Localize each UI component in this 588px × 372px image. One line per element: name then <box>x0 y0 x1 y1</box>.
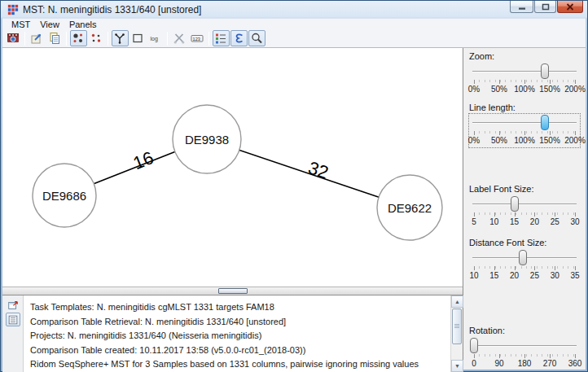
slider-track-label-font-size[interactable] <box>472 204 577 205</box>
slider-group-rotation: Rotation:090180270360 <box>468 326 581 370</box>
export-image-icon[interactable] <box>29 30 46 46</box>
show-log-list-button[interactable] <box>6 313 20 326</box>
title-bar[interactable]: MST: N. meningitidis 1331/640 [unstored] <box>2 1 586 18</box>
mst-canvas[interactable]: 1632DE9938DE9686DE9622 <box>2 48 463 287</box>
slider-label-font-size[interactable]: 51015202530 <box>468 195 581 230</box>
splitter-grip-handle[interactable] <box>218 288 248 294</box>
tick-label: 100% <box>514 136 535 145</box>
slider-tick-labels-line-length: 0%50%100%150%200% <box>474 136 575 146</box>
slider-thumb-line-length[interactable] <box>541 115 549 130</box>
slider-thumb-rotation[interactable] <box>470 338 478 353</box>
log-scrollbar[interactable]: ▲ ▼ <box>450 295 463 372</box>
log-panel: Task Templates: N. meningitidis cgMLST 1… <box>2 295 463 372</box>
slider-label-zoom: Zoom: <box>469 51 581 61</box>
tick-label: 200% <box>564 85 586 94</box>
slider-distance-font-size[interactable]: 101520253035 <box>468 248 581 283</box>
slider-tick-labels-rotation: 090180270360 <box>474 359 575 369</box>
node-dots-large-icon[interactable] <box>70 30 87 46</box>
app-window: MST: N. meningitidis 1331/640 [unstored]… <box>0 0 588 372</box>
camera-icon[interactable] <box>5 30 22 46</box>
slider-track-rotation[interactable] <box>472 345 577 347</box>
tick-label: 25 <box>551 217 559 226</box>
toolbar: log123 <box>2 29 586 48</box>
slider-group-line-length: Line length:0%50%100%150%200% <box>468 103 581 148</box>
toolbar-divider <box>208 32 209 46</box>
maximize-button[interactable] <box>534 1 556 13</box>
slider-track-zoom[interactable] <box>472 71 577 72</box>
detach-panel-button[interactable] <box>6 298 20 312</box>
close-button[interactable] <box>557 1 583 13</box>
tick-label: 150% <box>539 85 560 94</box>
toolbar-divider <box>167 32 168 46</box>
node-label: DE9622 <box>388 201 432 215</box>
tick-label: 0% <box>468 85 480 94</box>
tick-label: 15 <box>489 271 498 280</box>
slider-rotation[interactable]: 090180270360 <box>468 336 581 370</box>
log-line: Comparison Table created: 10.11.2017 13:… <box>30 344 447 358</box>
slider-thumb-zoom[interactable] <box>541 63 549 79</box>
tick-label: 20 <box>530 217 539 226</box>
menu-panels[interactable]: Panels <box>64 20 102 29</box>
scroll-down-button[interactable]: ▼ <box>451 360 463 372</box>
settings-panel: Zoom:0%50%100%150%200%Line length:0%50%1… <box>463 48 586 370</box>
tick-label: 100% <box>514 85 535 94</box>
window-title: MST: N. meningitidis 1331/640 [unstored] <box>23 4 201 15</box>
slider-ticks-line-length <box>474 131 575 135</box>
mst-graph: 1632DE9938DE9686DE9622 <box>2 48 463 287</box>
slider-label-rotation: Rotation: <box>469 326 581 335</box>
tick-label: 30 <box>551 271 559 280</box>
tick-label: 50% <box>491 85 507 94</box>
svg-text:123: 123 <box>193 37 200 42</box>
slider-tick-labels-zoom: 0%50%100%150%200% <box>474 85 575 94</box>
menu-mst[interactable]: MST <box>7 20 35 29</box>
magnifier-icon[interactable] <box>248 30 265 46</box>
distance-numbers-icon[interactable]: 123 <box>189 30 206 46</box>
log-line: Comparison Table Retrieval: N. meningiti… <box>30 315 447 330</box>
slider-group-zoom: Zoom:0%50%100%150%200% <box>468 51 581 97</box>
node-label: DE9686 <box>42 189 86 203</box>
svg-text:log: log <box>151 36 158 42</box>
tick-label: 25 <box>530 271 539 280</box>
mst-branch-icon[interactable] <box>112 30 129 46</box>
slider-track-line-length[interactable] <box>472 122 577 124</box>
tick-label: 200% <box>564 136 586 145</box>
tick-label: 90 <box>494 359 503 368</box>
tick-label: 10 <box>469 271 478 280</box>
selection-rectangle-icon[interactable] <box>129 30 147 46</box>
slider-label-line-length: Line length: <box>469 103 581 112</box>
minimize-button[interactable] <box>510 1 533 13</box>
horizontal-splitter[interactable] <box>2 287 463 295</box>
log-line: Ridom SeqSphere+ MST for 3 Samples based… <box>30 357 447 372</box>
slider-line-length[interactable]: 0%50%100%150%200% <box>468 113 581 148</box>
slider-ticks-rotation <box>474 354 575 358</box>
slider-ticks-distance-font-size <box>474 266 575 270</box>
slider-zoom[interactable]: 0%50%100%150%200% <box>468 62 581 97</box>
scroll-up-button[interactable]: ▲ <box>451 295 463 308</box>
slider-thumb-distance-font-size[interactable] <box>519 250 527 265</box>
menu-bar: MSTViewPanels <box>2 18 586 29</box>
slider-tick-labels-distance-font-size: 101520253035 <box>474 271 575 281</box>
tick-label: 180 <box>518 359 532 368</box>
log-lines: Task Templates: N. meningitidis cgMLST 1… <box>24 295 450 372</box>
copy-icon[interactable] <box>46 30 64 46</box>
menu-view[interactable]: View <box>35 20 64 29</box>
toolbar-divider <box>66 32 67 46</box>
distance-curve-icon[interactable] <box>230 30 248 46</box>
legend-icon[interactable] <box>213 30 230 46</box>
slider-ticks-label-font-size <box>474 212 575 217</box>
slider-ticks-zoom <box>474 80 575 84</box>
tick-label: 0 <box>472 359 476 368</box>
log-gutter <box>2 295 24 372</box>
tick-label: 20 <box>510 271 519 280</box>
tick-label: 35 <box>570 271 579 280</box>
window-icon <box>7 4 19 15</box>
node-dots-small-icon[interactable] <box>88 30 105 46</box>
log-scale-icon[interactable]: log <box>147 30 165 46</box>
scrollbar-thumb[interactable] <box>452 309 462 344</box>
slider-thumb-label-font-size[interactable] <box>511 196 519 212</box>
slider-group-label-font-size: Label Font Size:51015202530 <box>468 184 581 230</box>
slider-group-distance-font-size: Distance Font Size:101520253035 <box>468 238 581 283</box>
magic-wand-icon[interactable] <box>171 30 188 46</box>
toolbar-divider <box>108 32 108 46</box>
slider-label-distance-font-size: Distance Font Size: <box>469 238 581 247</box>
